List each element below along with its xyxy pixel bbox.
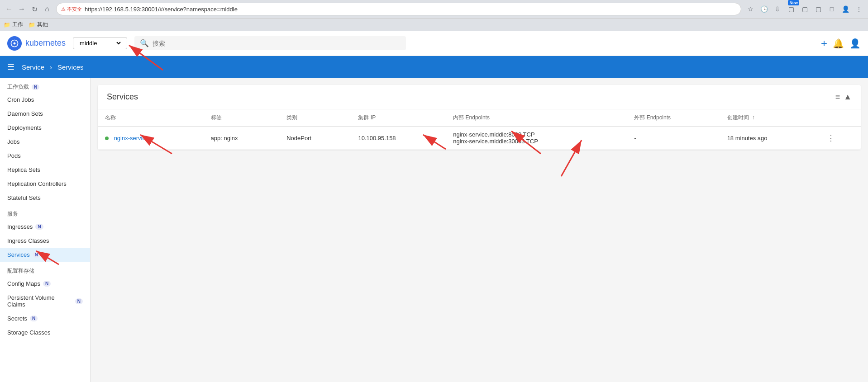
config-section-title: 配置和存储: [0, 262, 90, 277]
sidebar-item-cron-jobs[interactable]: Cron Jobs: [0, 93, 90, 107]
sidebar-item-stateful-sets[interactable]: Stateful Sets: [0, 191, 90, 205]
window-button[interactable]: □: [826, 4, 837, 14]
sidebar-item-daemon-sets[interactable]: Daemon Sets: [0, 107, 90, 121]
secrets-badge: N: [30, 316, 38, 321]
add-button[interactable]: +: [821, 37, 827, 50]
namespace-dropdown[interactable]: middle default kube-system: [78, 39, 122, 47]
bookmark-other-label: 其他: [37, 21, 48, 28]
url-text: https://192.168.5.193:30001/#/service?na…: [85, 6, 736, 13]
table-row: nginx-service app: nginx NodePort 10.100…: [98, 127, 861, 150]
home-button[interactable]: ⌂: [42, 4, 52, 14]
service-external-endpoints-cell: -: [627, 127, 720, 150]
status-indicator: [105, 137, 109, 140]
col-header-internal-endpoints: 内部 Endpoints: [446, 109, 627, 127]
services-header-actions: ≡ ▲: [835, 92, 852, 102]
sort-icon: ↑: [752, 114, 755, 121]
sidebar-item-deployments[interactable]: Deployments: [0, 121, 90, 135]
security-icon: ⚠ 不安全: [61, 6, 82, 13]
app-container: kubernetes middle default kube-system 🔍 …: [0, 31, 868, 382]
star-button[interactable]: ☆: [745, 4, 756, 14]
services-table: 名称 标签 类别 集群 IP 内部 Endpoints 外部 Endpoints…: [98, 109, 861, 150]
breadcrumb-parent: Service: [22, 63, 44, 71]
service-label-cell: app: nginx: [204, 127, 280, 150]
sidebar-item-storage-classes[interactable]: Storage Classes: [0, 325, 90, 340]
col-header-label: 标签: [204, 109, 280, 127]
content-area: Services ≡ ▲ 名称 标签 类别 集群 IP 内部 Endpoints: [91, 78, 868, 382]
sidebar-item-services[interactable]: Services N: [0, 248, 90, 262]
sidebar: 工作负载 N Cron Jobs Daemon Sets Deployments…: [0, 78, 91, 382]
filter-icon[interactable]: ≡: [835, 92, 840, 102]
sidebar-item-jobs[interactable]: Jobs: [0, 135, 90, 149]
breadcrumb-separator: ›: [50, 63, 52, 71]
col-header-external-endpoints: 外部 Endpoints: [627, 109, 720, 127]
search-icon: 🔍: [140, 39, 149, 47]
ingresses-badge: N: [35, 224, 43, 230]
sidebar-item-ingresses[interactable]: Ingresses N: [0, 220, 90, 234]
k8s-logo-text: kubernetes: [25, 38, 66, 48]
col-header-name: 名称: [98, 109, 204, 127]
sidebar-item-secrets[interactable]: Secrets N: [0, 311, 90, 325]
forward-button[interactable]: →: [16, 4, 27, 14]
service-actions-cell: ⋮: [820, 127, 861, 150]
bookmark-work[interactable]: 📁 工作: [4, 21, 23, 28]
more-button[interactable]: ⋮: [827, 133, 835, 142]
col-header-type: 类别: [279, 109, 351, 127]
service-cluster-ip-cell: 10.100.95.158: [351, 127, 446, 150]
sidebar-item-config-maps[interactable]: Config Maps N: [0, 277, 90, 291]
reload-button[interactable]: ↻: [29, 4, 40, 14]
breadcrumb-bar: ☰ Service › Services: [0, 56, 868, 78]
service-name-cell: nginx-service: [98, 127, 204, 150]
browser-actions: ☆ 🕓 ⇩ ▢ New ▢ ▢ □ 👤 ⋮: [745, 4, 864, 14]
notifications-button[interactable]: 🔔: [833, 38, 844, 49]
folder-icon-2: 📁: [29, 22, 35, 28]
services-panel: Services ≡ ▲ 名称 标签 类别 集群 IP 内部 Endpoints: [98, 85, 861, 150]
download-button[interactable]: ⇩: [772, 4, 783, 14]
extension-button[interactable]: ▢: [799, 4, 810, 14]
new-extension-button[interactable]: ▢ New: [786, 4, 796, 14]
sidebar-item-pods[interactable]: Pods: [0, 149, 90, 163]
puzzle-button[interactable]: ▢: [813, 4, 824, 14]
profile-button[interactable]: 👤: [840, 4, 851, 14]
bookmark-other[interactable]: 📁 其他: [29, 21, 48, 28]
col-header-actions: [820, 109, 861, 127]
pvc-badge: N: [75, 298, 83, 304]
menu-button[interactable]: ⋮: [854, 4, 864, 14]
collapse-icon[interactable]: ▲: [844, 92, 852, 102]
bookmarks-bar: 📁 工作 📁 其他: [0, 18, 868, 31]
sidebar-item-replica-sets[interactable]: Replica Sets: [0, 163, 90, 177]
history-button[interactable]: 🕓: [758, 4, 769, 14]
service-section-title: 服务: [0, 205, 90, 220]
back-button[interactable]: ←: [4, 4, 14, 14]
search-input[interactable]: [153, 40, 401, 47]
services-panel-header: Services ≡ ▲: [98, 85, 861, 109]
top-nav-actions: + 🔔 👤: [821, 37, 861, 50]
sidebar-item-replication-controllers[interactable]: Replication Controllers: [0, 177, 90, 191]
namespace-selector[interactable]: middle default kube-system: [73, 37, 127, 49]
bookmark-work-label: 工作: [12, 21, 23, 28]
service-created-cell: 18 minutes ago: [720, 127, 820, 150]
user-avatar[interactable]: 👤: [849, 38, 861, 49]
workload-badge: N: [32, 84, 39, 90]
new-badge: New: [788, 0, 799, 5]
security-label: 不安全: [67, 6, 82, 12]
k8s-logo: kubernetes: [7, 36, 66, 51]
table-header-row: 名称 标签 类别 集群 IP 内部 Endpoints 外部 Endpoints…: [98, 109, 861, 127]
top-nav: kubernetes middle default kube-system 🔍 …: [0, 31, 868, 56]
services-badge: N: [33, 252, 40, 258]
hamburger-icon[interactable]: ☰: [7, 62, 14, 72]
address-bar[interactable]: ⚠ 不安全 https://192.168.5.193:30001/#/serv…: [56, 3, 741, 15]
services-panel-title: Services: [107, 92, 138, 102]
col-header-created: 创建时间 ↑: [720, 109, 820, 127]
svg-point-0: [14, 42, 16, 44]
config-maps-badge: N: [43, 281, 51, 287]
service-link[interactable]: nginx-service: [114, 135, 149, 141]
main-layout: 工作负载 N Cron Jobs Daemon Sets Deployments…: [0, 78, 868, 382]
folder-icon: 📁: [4, 22, 10, 28]
workload-section-title: 工作负载 N: [0, 78, 90, 93]
sidebar-item-ingress-classes[interactable]: Ingress Classes: [0, 234, 90, 248]
service-type-cell: NodePort: [279, 127, 351, 150]
k8s-logo-icon: [7, 36, 22, 51]
sidebar-item-pvc[interactable]: Persistent Volume Claims N: [0, 291, 90, 311]
search-bar: 🔍: [134, 36, 406, 50]
col-header-cluster-ip: 集群 IP: [351, 109, 446, 127]
